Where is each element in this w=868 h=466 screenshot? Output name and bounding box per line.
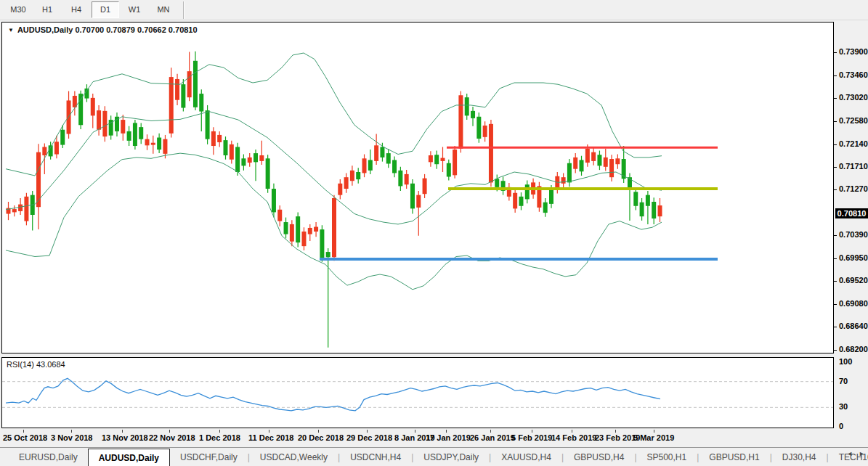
candle <box>121 115 125 141</box>
date-axis-tick <box>269 430 269 433</box>
price-axis-label: 0.71710 <box>839 162 868 171</box>
date-axis-tick <box>532 430 532 433</box>
date-axis-label: 17 Jan 2019 <box>426 433 471 442</box>
date-axis-tick <box>654 430 654 433</box>
candle <box>573 153 577 173</box>
date-axis-tick <box>219 430 220 433</box>
candle <box>567 159 572 187</box>
candle <box>441 147 445 172</box>
date-axis[interactable]: 25 Oct 20183 Nov 201813 Nov 201822 Nov 2… <box>1 430 834 447</box>
candle <box>591 147 596 165</box>
candle <box>253 150 258 181</box>
chart-tab-gbpusd[interactable]: GBPUSD,H4 <box>564 448 634 466</box>
date-axis-label: 20 Dec 2018 <box>298 433 344 442</box>
timeframe-button-w1[interactable]: W1 <box>121 1 148 18</box>
timeframe-button-m30[interactable]: M30 <box>4 1 32 18</box>
current-price-badge: 0.70810 <box>835 208 868 218</box>
date-axis-tick <box>23 430 24 433</box>
chart-tab-dj30[interactable]: DJ30,H4 <box>772 448 827 466</box>
candle <box>109 115 113 139</box>
candle <box>169 68 174 137</box>
candle <box>272 184 276 218</box>
chart-tab-audusd[interactable]: AUDUSD,Daily <box>88 449 170 466</box>
candle <box>31 191 35 231</box>
candle <box>615 155 620 169</box>
candle <box>308 224 312 241</box>
candle <box>151 136 155 154</box>
chart-tab-sp500[interactable]: SP500,H1 <box>637 448 697 466</box>
candle <box>314 222 318 237</box>
candle <box>320 225 324 261</box>
candle <box>97 105 101 136</box>
date-axis-label: 26 Jan 2019 <box>470 433 515 442</box>
rsi-line[interactable] <box>6 378 660 411</box>
candle <box>380 143 384 162</box>
candle <box>453 146 457 179</box>
rsi-chart[interactable] <box>2 358 833 428</box>
candle <box>296 212 300 247</box>
candle <box>604 149 608 171</box>
candle <box>356 168 360 184</box>
tab-scroll-right-button[interactable]: ► <box>859 450 865 457</box>
candle <box>139 123 143 144</box>
chart-tab-usdcad[interactable]: USDCAD,Weekly <box>250 448 338 466</box>
timeframe-button-h4[interactable]: H4 <box>62 1 90 18</box>
price-axis-label: 0.68200 <box>839 345 868 353</box>
candle <box>193 52 198 110</box>
candle <box>259 141 264 165</box>
candle <box>658 198 662 222</box>
price-axis-tick <box>834 281 837 282</box>
candle <box>405 170 409 189</box>
timeframe-button-d1[interactable]: D1 <box>92 1 119 18</box>
chart-tab-gbpusd[interactable]: GBPUSD,H1 <box>699 448 769 466</box>
chart-title-text: AUDUSD,Daily 0.70700 0.70879 0.70662 0.7… <box>17 25 198 34</box>
price-axis-label: 0.69950 <box>839 253 868 262</box>
candle <box>465 94 469 120</box>
tab-scroll-left-button[interactable]: ◄ <box>846 450 853 457</box>
price-axis-tick <box>834 144 837 145</box>
candle <box>483 121 487 142</box>
date-axis-label: 3 Nov 2018 <box>51 433 92 442</box>
candle <box>91 94 95 128</box>
price-axis[interactable]: 0.739000.734600.730200.725800.721400.717… <box>834 22 868 428</box>
candle <box>102 106 107 142</box>
candle <box>211 127 216 155</box>
date-axis-tick <box>615 430 616 433</box>
candle <box>392 156 397 177</box>
date-axis-tick <box>446 430 447 433</box>
timeframe-button-h1[interactable]: H1 <box>33 1 61 18</box>
candle <box>537 182 541 212</box>
rsi-indicator-panel[interactable]: RSI(14) 43.0684 <box>1 357 834 428</box>
date-axis-tick <box>318 430 319 433</box>
chart-tab-eurusd[interactable]: EURUSD,Daily <box>9 448 88 466</box>
candle <box>423 174 427 198</box>
candle <box>350 165 354 185</box>
chart-tab-xauusd[interactable]: XAUUSD,H4 <box>491 448 561 466</box>
date-axis-tick <box>572 430 572 433</box>
candle <box>398 167 402 191</box>
chart-tab-usdcnh[interactable]: USDCNH,H4 <box>340 448 411 466</box>
candle <box>609 155 614 181</box>
rsi-axis-label: 0 <box>839 422 843 430</box>
price-axis-label: 0.69520 <box>839 276 868 285</box>
date-axis-label: 1 Dec 2018 <box>199 433 240 442</box>
candlestick-chart[interactable] <box>2 23 833 353</box>
chart-tab-bar: EURUSD,DailyAUDUSD,DailyUSDCHF,Daily|USD… <box>0 447 868 466</box>
date-axis-label: 11 Dec 2018 <box>248 433 293 442</box>
candle <box>501 176 506 195</box>
price-chart-panel[interactable]: ▼ AUDUSD,Daily 0.70700 0.70879 0.70662 0… <box>1 22 834 353</box>
date-axis-label: 25 Oct 2018 <box>3 433 47 442</box>
candle <box>416 191 421 236</box>
timeframe-button-mn[interactable]: MN <box>150 1 177 18</box>
candle <box>248 153 252 167</box>
date-axis-label: 14 Feb 2019 <box>551 433 596 442</box>
candle <box>217 131 222 147</box>
chart-tab-usdchf[interactable]: USDCHF,Daily <box>170 448 248 466</box>
candle <box>410 179 415 213</box>
candle <box>513 189 517 213</box>
price-axis-tick <box>834 98 837 99</box>
candle <box>78 91 83 129</box>
date-axis-tick <box>169 430 170 433</box>
candle <box>519 192 523 210</box>
chart-tab-usdjpy[interactable]: USDJPY,Daily <box>413 448 489 466</box>
